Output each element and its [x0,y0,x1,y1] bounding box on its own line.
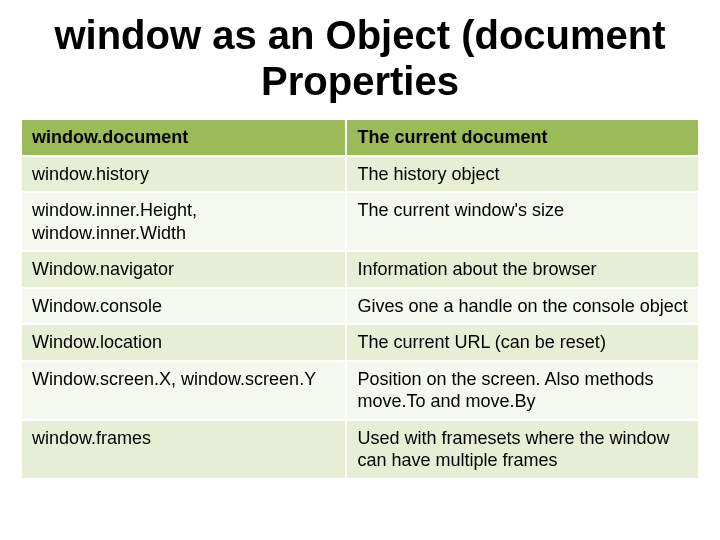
title-rest: as an Object (document Properties [201,13,666,103]
table-cell: Used with framesets where the window can… [346,420,699,479]
table-row: window.frames Used with framesets where … [21,420,699,479]
slide-title: window as an Object (document Properties [20,12,700,104]
table-row: window.history The history object [21,156,699,193]
table-cell: Window.location [21,324,346,361]
table-cell: window.frames [21,420,346,479]
title-strong: window [54,13,201,57]
table-row: Window.location The current URL (can be … [21,324,699,361]
slide: window as an Object (document Properties… [0,0,720,540]
table-row: Window.screen.X, window.screen.Y Positio… [21,361,699,420]
properties-table: window.document The current document win… [20,118,700,480]
table-header-cell: The current document [346,119,699,156]
table-header-row: window.document The current document [21,119,699,156]
table-cell: Window.navigator [21,251,346,288]
table-cell: window.inner.Height, window.inner.Width [21,192,346,251]
table-row: Window.console Gives one a handle on the… [21,288,699,325]
table-cell: Window.console [21,288,346,325]
table-cell: The current URL (can be reset) [346,324,699,361]
table-cell: The history object [346,156,699,193]
table-cell: Information about the browser [346,251,699,288]
table-cell: Gives one a handle on the console object [346,288,699,325]
table-cell: Position on the screen. Also methods mov… [346,361,699,420]
table-row: Window.navigator Information about the b… [21,251,699,288]
table-cell: window.history [21,156,346,193]
table-cell: Window.screen.X, window.screen.Y [21,361,346,420]
table-header-cell: window.document [21,119,346,156]
table-cell: The current window's size [346,192,699,251]
table-row: window.inner.Height, window.inner.Width … [21,192,699,251]
